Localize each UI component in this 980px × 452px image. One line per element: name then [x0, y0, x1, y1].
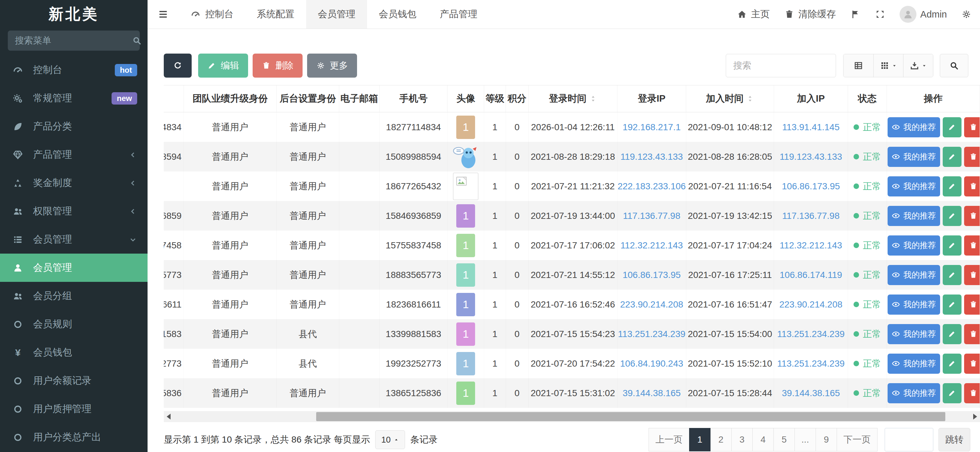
my-referrals-button[interactable]: 我的推荐	[888, 176, 940, 196]
join-ip-link[interactable]: 113.91.41.145	[782, 122, 840, 133]
row-edit-button[interactable]	[943, 117, 961, 137]
more-button[interactable]: 更多	[307, 54, 357, 78]
page-button-4[interactable]: 4	[752, 428, 774, 451]
page-size-select[interactable]: 10	[375, 430, 405, 449]
table-row[interactable]: 5836普通用户普通用户138651258361102021-07-15 15:…	[164, 378, 980, 408]
join-ip-link[interactable]: 117.136.77.98	[782, 211, 840, 221]
refresh-button[interactable]	[164, 54, 192, 78]
column-header[interactable]: 团队业绩升级身份	[184, 85, 277, 112]
my-referrals-button[interactable]: 我的推荐	[888, 324, 940, 344]
join-ip-link[interactable]: 119.123.43.133	[780, 152, 842, 162]
row-delete-button[interactable]	[964, 354, 980, 374]
login-ip-link[interactable]: 222.183.233.106	[617, 181, 686, 192]
sidebar-item[interactable]: 用户分类总产出	[0, 423, 148, 451]
table-row[interactable]: 2773普通用户县代199232527731102021-07-20 17:54…	[164, 349, 980, 378]
tab-系统配置[interactable]: 系统配置	[245, 0, 306, 29]
table-row[interactable]: 5773普通用户普通用户188835657731102021-07-21 14:…	[164, 260, 980, 290]
row-delete-button[interactable]	[964, 206, 980, 226]
search-submit-button[interactable]	[940, 54, 968, 77]
page-button-3[interactable]: 3	[731, 428, 752, 451]
row-edit-button[interactable]	[943, 176, 961, 196]
user-menu[interactable]: Admin	[900, 6, 947, 23]
sidebar-item[interactable]: 用户余额记录	[0, 367, 148, 395]
join-ip-link[interactable]: 106.86.174.119	[780, 270, 842, 280]
table-search-input[interactable]	[726, 54, 836, 77]
row-delete-button[interactable]	[964, 324, 980, 344]
page-button-...[interactable]: ...	[794, 428, 816, 451]
row-edit-button[interactable]	[943, 206, 961, 226]
sidebar-item[interactable]: 产品管理	[0, 141, 148, 169]
my-referrals-button[interactable]: 我的推荐	[888, 383, 940, 403]
tab-会员管理[interactable]: 会员管理	[306, 0, 367, 29]
horizontal-scrollbar[interactable]	[164, 411, 980, 422]
tab-控制台[interactable]: 控制台	[179, 0, 245, 29]
my-referrals-button[interactable]: 我的推荐	[888, 117, 940, 137]
column-header[interactable]: 登录时间	[528, 85, 617, 112]
row-edit-button[interactable]	[943, 324, 961, 344]
table-row[interactable]: 8594普通用户普通用户15089988594102021-08-28 18:2…	[164, 142, 980, 171]
column-header[interactable]: 头像	[447, 85, 484, 112]
row-delete-button[interactable]	[964, 235, 980, 256]
清除缓存-link[interactable]: 清除缓存	[784, 8, 836, 21]
table-row[interactable]: 4834普通用户普通用户182771148341102026-01-04 12:…	[164, 112, 980, 142]
row-delete-button[interactable]	[964, 294, 980, 315]
row-delete-button[interactable]	[964, 117, 980, 137]
my-referrals-button[interactable]: 我的推荐	[888, 147, 940, 167]
table-row[interactable]: 6859普通用户普通用户158469368591102021-07-19 13:…	[164, 201, 980, 230]
row-delete-button[interactable]	[964, 176, 980, 196]
row-delete-button[interactable]	[964, 265, 980, 285]
gear-button[interactable]	[961, 9, 972, 19]
login-ip-link[interactable]: 223.90.214.208	[620, 299, 683, 310]
page-button-2[interactable]: 2	[710, 428, 732, 451]
join-ip-link[interactable]: 39.144.38.165	[782, 388, 840, 398]
sidebar-item[interactable]: 控制台hot	[0, 56, 148, 84]
flag-button[interactable]	[850, 9, 861, 19]
sidebar-item[interactable]: 会员管理	[0, 254, 148, 282]
sidebar-item[interactable]: 会员规则	[0, 310, 148, 339]
login-ip-link[interactable]: 106.86.173.95	[623, 270, 681, 280]
login-ip-link[interactable]: 119.123.43.133	[620, 152, 683, 162]
page-button-下一页[interactable]: 下一页	[837, 428, 878, 451]
column-header[interactable]: 手机号	[380, 85, 448, 112]
join-ip-link[interactable]: 113.251.234.239	[777, 329, 845, 339]
expand-button[interactable]	[875, 9, 885, 19]
hamburger-menu-icon[interactable]	[148, 0, 179, 29]
sidebar-item[interactable]: 权限管理	[0, 197, 148, 225]
row-delete-button[interactable]	[964, 147, 980, 167]
column-header[interactable]: 登录IP	[617, 85, 686, 112]
tab-产品管理[interactable]: 产品管理	[428, 0, 489, 29]
my-referrals-button[interactable]: 我的推荐	[888, 294, 940, 315]
page-button-1[interactable]: 1	[689, 428, 711, 451]
my-referrals-button[interactable]: 我的推荐	[888, 354, 940, 374]
row-edit-button[interactable]	[943, 265, 961, 285]
column-header[interactable]: 状态	[848, 85, 887, 112]
my-referrals-button[interactable]: 我的推荐	[888, 265, 940, 285]
scroll-left-icon[interactable]	[164, 414, 173, 420]
table-row[interactable]: 普通用户普通用户18677265432102021-07-21 11:21:32…	[164, 171, 980, 201]
column-header[interactable]: 后台设置身份	[277, 85, 339, 112]
my-referrals-button[interactable]: 我的推荐	[888, 235, 940, 256]
row-edit-button[interactable]	[943, 383, 961, 403]
tab-会员钱包[interactable]: 会员钱包	[367, 0, 428, 29]
page-button-上一页[interactable]: 上一页	[649, 428, 689, 451]
scroll-right-icon[interactable]	[970, 414, 980, 420]
page-button-9[interactable]: 9	[816, 428, 837, 451]
login-ip-link[interactable]: 39.144.38.165	[623, 388, 681, 398]
row-edit-button[interactable]	[943, 147, 961, 167]
join-ip-link[interactable]: 112.32.212.143	[780, 240, 842, 251]
sidebar-item[interactable]: 用户质押管理	[0, 395, 148, 423]
column-header[interactable]: 积分	[506, 85, 528, 112]
jump-page-input[interactable]	[885, 428, 933, 451]
row-edit-button[interactable]	[943, 354, 961, 374]
login-ip-link[interactable]: 112.32.212.143	[620, 240, 683, 251]
row-delete-button[interactable]	[964, 383, 980, 403]
login-ip-link[interactable]: 106.84.190.243	[620, 358, 683, 369]
columns-button[interactable]	[873, 54, 903, 77]
join-ip-link[interactable]: 223.90.214.208	[779, 299, 843, 310]
sidebar-search-input[interactable]	[15, 35, 132, 46]
page-button-5[interactable]: 5	[773, 428, 795, 451]
column-header[interactable]: 加入IP	[774, 85, 848, 112]
sidebar-item[interactable]: 会员管理	[0, 225, 148, 254]
table-row[interactable]: 1583普通用户县代133998815831102021-07-15 15:54…	[164, 319, 980, 349]
scrollbar-thumb[interactable]	[316, 412, 945, 421]
